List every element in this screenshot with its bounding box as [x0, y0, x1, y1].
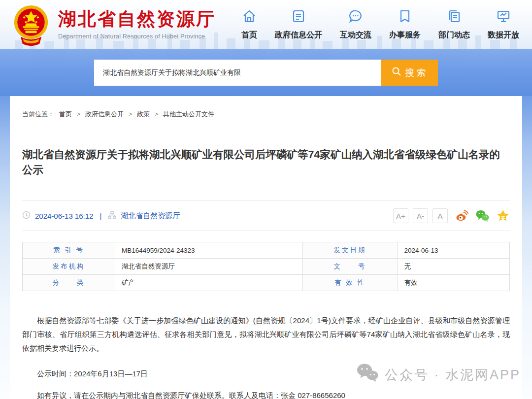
table-row: 分 类 矿产 有 效 性 有效 — [23, 275, 510, 291]
meta-value-doc-number: 无 — [398, 259, 510, 275]
search-group: 搜索 — [94, 60, 438, 86]
nav-item-department-news[interactable]: 部门动态 — [438, 9, 470, 40]
meta-value-validity: 有效 — [398, 275, 510, 291]
font-smaller-button[interactable]: A- — [413, 208, 428, 223]
publish-info: 2024-06-13 16:12 | 湖北省自然资源厅 — [22, 211, 180, 221]
brand-block: 湖北省自然资源厅 Department of Natural Resources… — [58, 9, 216, 40]
document-icon — [291, 9, 306, 26]
bookmark-icon — [398, 9, 412, 26]
watermark-text: 公众号 · 水泥网APP — [385, 366, 521, 384]
sitemap-icon — [108, 211, 116, 221]
breadcrumb: 当前位置： 首页 > 政府信息公开 > 政策 > 其他主动公开文件 — [22, 96, 510, 119]
font-reset-button[interactable]: A — [432, 208, 448, 223]
publish-time: 2024-06-13 16:12 — [35, 212, 93, 220]
meta-label-doc-number: 文 号 — [302, 259, 398, 275]
watermark: 公众号 · 水泥网APP — [356, 363, 521, 387]
article-card: 当前位置： 首页 > 政府信息公开 > 政策 > 其他主动公开文件 湖北省自然资… — [10, 96, 522, 399]
article-tools: A+ A- A — [393, 208, 510, 223]
weibo-share-icon[interactable] — [455, 209, 468, 223]
font-larger-button[interactable]: A+ — [393, 208, 408, 223]
table-row: 索 引 号 MB1644959/2024-24323 发文日期 2024-06-… — [23, 242, 510, 259]
home-icon — [242, 9, 257, 26]
breadcrumb-item-home[interactable]: 首页 — [59, 110, 72, 119]
site-title: 湖北省自然资源厅 — [58, 9, 216, 30]
nav-item-services[interactable]: 办事服务 — [389, 9, 421, 40]
objection-contact-line: 如有异议，请在公示期内与湖北省自然资源厅矿保处联系。联系人及电话：张金 027-… — [22, 389, 510, 399]
meta-label-validity: 有 效 性 — [302, 275, 398, 291]
meta-label-category: 分 类 — [23, 275, 115, 291]
meta-label-publisher: 发布机构 — [23, 259, 115, 275]
national-emblem-logo — [11, 3, 51, 46]
clock-icon — [22, 211, 31, 221]
chat-icon — [348, 9, 363, 26]
nav-item-open-data[interactable]: 数据开放 — [488, 9, 519, 40]
search-input[interactable] — [94, 60, 381, 86]
breadcrumb-item-policy[interactable]: 政策 — [137, 110, 150, 119]
nav-item-gov-info[interactable]: 政府信息公开 — [275, 9, 322, 40]
meta-value-category: 矿产 — [115, 275, 302, 291]
nav-item-home[interactable]: 首页 — [241, 9, 257, 40]
main-nav: 首页 政府信息公开 互动交流 办事服务 部门动态 数据开放 — [241, 9, 519, 40]
page-title: 湖北省自然资源厅关于拟将湖北兴顺矿业有限公司后坪磷矿等74家矿山纳入湖北省省级绿… — [22, 147, 510, 178]
qzone-star-icon[interactable] — [496, 209, 510, 223]
document-meta-table: 索 引 号 MB1644959/2024-24323 发文日期 2024-06-… — [22, 242, 510, 291]
meta-label-index-number: 索 引 号 — [23, 242, 115, 259]
site-header: 湖北省自然资源厅 Department of Natural Resources… — [0, 0, 532, 49]
copy-icon — [447, 9, 462, 26]
breadcrumb-prefix: 当前位置： — [22, 110, 54, 119]
wechat-watermark-icon — [356, 363, 380, 387]
monitor-icon — [496, 9, 511, 26]
article-meta-bar: 2024-06-13 16:12 | 湖北省自然资源厅 A+ A- A — [22, 200, 510, 231]
search-button[interactable]: 搜索 — [381, 60, 438, 86]
breadcrumb-item-other-docs[interactable]: 其他主动公开文件 — [163, 110, 214, 119]
table-row: 发布机构 湖北省自然资源厅 文 号 无 — [23, 259, 510, 275]
wechat-share-icon[interactable] — [475, 209, 489, 223]
site-subtitle: Department of Natural Resources of Hubei… — [58, 33, 216, 40]
page: 湖北省自然资源厅 Department of Natural Resources… — [0, 0, 532, 399]
breadcrumb-item-gov-info[interactable]: 政府信息公开 — [85, 110, 124, 119]
meta-label-issue-date: 发文日期 — [302, 242, 398, 259]
article-source: 湖北省自然资源厅 — [121, 211, 180, 221]
search-band: 搜索 — [0, 49, 532, 96]
search-icon — [392, 66, 401, 79]
nav-item-interaction[interactable]: 互动交流 — [340, 9, 371, 40]
meta-value-issue-date: 2024-06-13 — [398, 242, 510, 259]
meta-value-publisher: 湖北省自然资源厅 — [115, 259, 302, 275]
body-paragraph: 根据自然资源部等七部委《关于进一步加强绿色矿山建设的通知》(自然资规〔2024〕… — [22, 314, 510, 355]
meta-value-index-number: MB1644959/2024-24323 — [115, 242, 302, 259]
